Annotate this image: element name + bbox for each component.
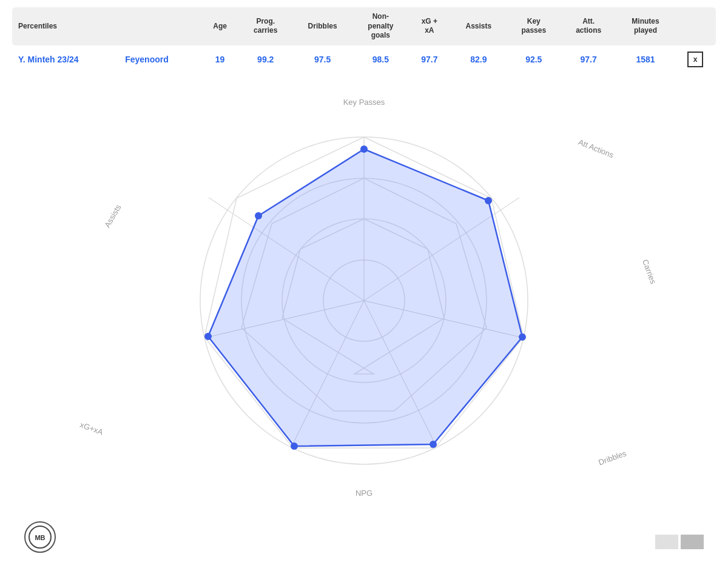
label-xgxa: xG+xA [79, 420, 104, 437]
col-key-passes: Keypasses [507, 7, 561, 45]
dot-assists [255, 212, 262, 219]
label-carries: Carries [641, 258, 658, 286]
col-npg: Non-penaltygoals [353, 7, 408, 45]
col-xgxa: xG +xA [408, 7, 451, 45]
player-assists: 82.9 [451, 45, 507, 73]
control-btn-1[interactable] [655, 535, 678, 549]
col-close [675, 7, 716, 45]
dot-npg [291, 442, 298, 450]
player-name: Y. Minteh 23/24 [12, 45, 119, 73]
close-button[interactable]: x [687, 52, 703, 67]
logo-icon: MB [28, 525, 52, 549]
player-close-cell: x [675, 45, 716, 73]
svg-text:MB: MB [35, 534, 45, 541]
dot-xgxa [204, 333, 212, 340]
logo-container: MB [24, 521, 56, 553]
col-assists: Assists [451, 7, 507, 45]
col-prog-carries: Prog.carries [239, 7, 292, 45]
dot-key-passes [360, 145, 368, 153]
label-assists: Assists [103, 203, 123, 229]
stats-table-container: Percentiles Age Prog.carries Dribbles No… [0, 0, 728, 73]
percentiles-table: Percentiles Age Prog.carries Dribbles No… [12, 7, 716, 73]
control-btn-2[interactable] [681, 535, 704, 549]
dot-att-actions [485, 197, 492, 204]
player-dribbles: 97.5 [292, 45, 352, 73]
col-team [119, 7, 201, 45]
col-age: Age [201, 7, 239, 45]
radar-chart-container: Key Passes Att Actions Carries Dribbles … [0, 79, 728, 516]
label-key-passes: Key Passes [343, 98, 385, 107]
col-att-actions: Att.actions [561, 7, 616, 45]
logo: MB [24, 521, 56, 553]
player-minutes-played: 1581 [616, 45, 675, 73]
player-prog-carries: 99.2 [239, 45, 292, 73]
player-key-passes: 92.5 [507, 45, 561, 73]
player-age: 19 [201, 45, 239, 73]
player-att-actions: 97.7 [561, 45, 616, 73]
col-percentiles: Percentiles [12, 7, 119, 45]
col-dribbles: Dribbles [292, 7, 352, 45]
label-npg: NPG [356, 489, 372, 498]
bottom-right-controls [655, 535, 704, 549]
player-npg: 98.5 [353, 45, 408, 73]
svg-marker-14 [208, 149, 522, 446]
label-dribbles: Dribbles [598, 449, 628, 467]
col-minutes-played: Minutesplayed [616, 7, 675, 45]
radar-svg [152, 95, 576, 507]
player-team: Feyenoord [119, 45, 201, 73]
player-xgxa: 97.7 [408, 45, 451, 73]
player-row: Y. Minteh 23/24 Feyenoord 19 99.2 97.5 9… [12, 45, 716, 73]
label-att-actions: Att Actions [577, 137, 615, 159]
dot-dribbles [430, 441, 437, 448]
dot-carries [519, 333, 526, 341]
